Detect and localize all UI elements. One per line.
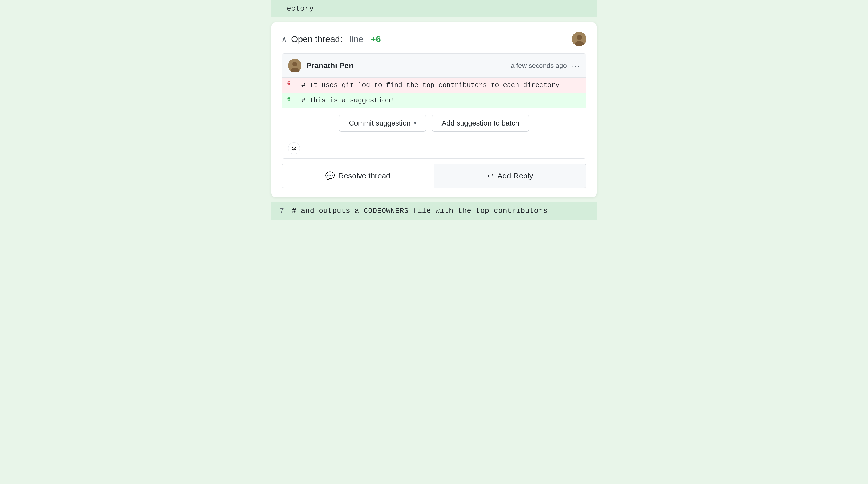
emoji-reaction-button[interactable]: ☺ <box>288 142 300 154</box>
emoji-icon: ☺ <box>291 144 297 152</box>
resolve-thread-icon: 💬 <box>325 171 335 180</box>
suggestion-buttons: Commit suggestion ▾ Add suggestion to ba… <box>282 108 586 138</box>
comment-avatar <box>288 59 302 72</box>
diff-removed-line-num: 6 <box>287 80 296 87</box>
emoji-area: ☺ <box>282 138 586 158</box>
comment-time: a few seconds ago <box>511 62 567 70</box>
diff-added-line-num: 6 <box>287 96 296 102</box>
diff-removed-line: 6 # It uses git log to find the top cont… <box>282 78 586 93</box>
bottom-code-line: 7 # and outputs a CODEOWNERS file with t… <box>271 202 597 220</box>
add-to-batch-label: Add suggestion to batch <box>442 119 519 127</box>
add-to-batch-button[interactable]: Add suggestion to batch <box>432 115 529 132</box>
thread-card: ∧ Open thread: line +6 <box>271 23 597 197</box>
comment-header-right: a few seconds ago ··· <box>511 61 580 70</box>
comment-box: Pranathi Peri a few seconds ago ··· 6 # … <box>282 54 586 159</box>
commit-suggestion-button[interactable]: Commit suggestion ▾ <box>339 115 426 132</box>
top-code-line: ectory <box>271 0 597 17</box>
comment-header: Pranathi Peri a few seconds ago ··· <box>282 54 586 78</box>
thread-title: Open thread: line +6 <box>291 34 381 44</box>
commit-suggestion-label: Commit suggestion <box>349 119 411 127</box>
thread-actions: 💬 Resolve thread ↩ Add Reply <box>282 164 586 188</box>
comment-author-area: Pranathi Peri <box>288 59 354 72</box>
add-reply-label: Add Reply <box>497 171 533 180</box>
diff-block: 6 # It uses git log to find the top cont… <box>282 78 586 108</box>
resolve-thread-label: Resolve thread <box>338 171 391 180</box>
top-code-text: ectory <box>287 5 314 13</box>
diff-added-line-code: # This is a suggestion! <box>302 96 394 106</box>
add-reply-button[interactable]: ↩ Add Reply <box>434 164 586 188</box>
thread-title-plus: +6 <box>371 34 381 44</box>
thread-title-prefix: Open thread: <box>291 34 342 44</box>
svg-point-1 <box>577 35 582 40</box>
add-reply-icon: ↩ <box>487 171 494 180</box>
thread-avatar <box>572 32 586 46</box>
bottom-code-line-number: 7 <box>271 207 292 215</box>
comment-author-name: Pranathi Peri <box>306 61 354 70</box>
diff-removed-line-code: # It uses git log to find the top contri… <box>302 80 560 90</box>
thread-header: ∧ Open thread: line +6 <box>282 32 586 46</box>
diff-added-line: 6 # This is a suggestion! <box>282 93 586 108</box>
bottom-code-text: # and outputs a CODEOWNERS file with the… <box>292 207 548 215</box>
svg-point-4 <box>292 62 297 66</box>
commit-dropdown-icon: ▾ <box>414 120 416 126</box>
resolve-thread-button[interactable]: 💬 Resolve thread <box>282 164 434 188</box>
collapse-icon[interactable]: ∧ <box>282 35 287 43</box>
thread-header-left: ∧ Open thread: line +6 <box>282 34 381 44</box>
more-options-button[interactable]: ··· <box>572 61 580 70</box>
thread-title-line: line <box>350 34 364 44</box>
thread-avatar-image <box>572 32 586 46</box>
